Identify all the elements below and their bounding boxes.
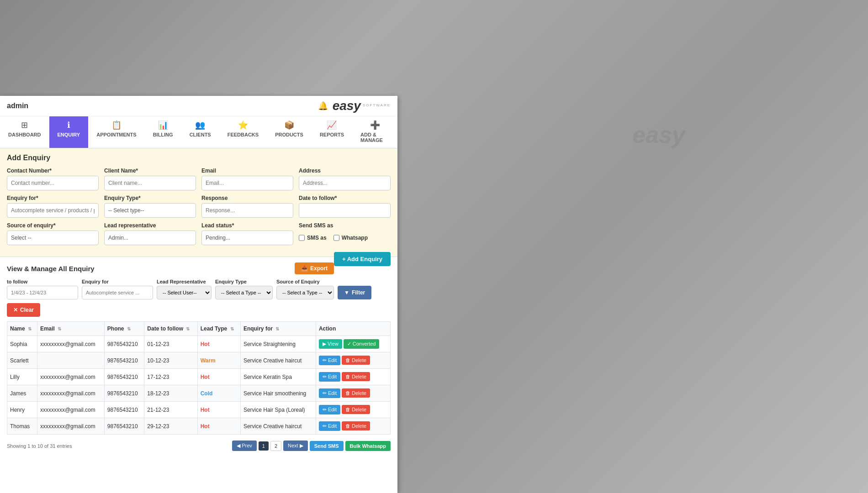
delete-button[interactable]: 🗑 Delete — [342, 372, 370, 381]
whatsapp-checkbox-label[interactable]: Whatsapp — [333, 231, 368, 245]
name-sort-icon[interactable]: ⇅ — [28, 326, 32, 331]
page-2-button[interactable]: 2 — [270, 441, 281, 451]
delete-button[interactable]: 🗑 Delete — [342, 388, 370, 398]
filter-lead-rep-select[interactable]: -- Select User-- — [157, 286, 212, 299]
cell-name: Sophia — [7, 336, 37, 352]
enquiry-for-input[interactable] — [7, 203, 99, 218]
source-of-enquiry-select[interactable]: Select -- — [7, 231, 99, 245]
nav-clients-label: CLIENTS — [190, 132, 211, 137]
phone-sort-icon[interactable]: ⇅ — [127, 326, 131, 331]
send-sms-action-button[interactable]: Send SMS — [310, 441, 344, 451]
table-row: Henry xxxxxxxxx@gmail.com 9876543210 21-… — [7, 402, 391, 418]
nav-dashboard[interactable]: ⊞ DASHBOARD — [0, 116, 49, 148]
clients-icon: 👥 — [195, 120, 205, 130]
cell-action: ✏ Edit🗑 Delete — [316, 418, 390, 435]
whatsapp-label: Whatsapp — [342, 235, 368, 241]
enquiry-type-select[interactable]: -- Select type-- — [104, 203, 196, 218]
cell-name: Thomas — [7, 418, 37, 435]
nav-appointments[interactable]: 📋 APPOINTMENTS — [88, 116, 144, 148]
bulk-whatsapp-button[interactable]: Bulk Whatsapp — [345, 441, 391, 451]
contact-number-label: Contact Number* — [7, 168, 99, 174]
cell-phone: 9876543210 — [104, 369, 144, 385]
nav-reports[interactable]: 📈 REPORTS — [312, 116, 352, 148]
export-icon: 📤 — [301, 265, 308, 272]
enquiry-for-sort-icon[interactable]: ⇅ — [275, 326, 279, 331]
bell-icon[interactable]: 🔔 — [318, 101, 328, 111]
email-input[interactable] — [201, 176, 293, 190]
cell-email: xxxxxxxxx@gmail.com — [37, 385, 104, 402]
nav-products[interactable]: 📦 PRODUCTS — [267, 116, 312, 148]
lead-status-select[interactable]: Pending... — [201, 231, 293, 245]
cell-enquiry-for: Service Straightening — [240, 336, 316, 352]
edit-button[interactable]: ✏ Edit — [319, 356, 340, 365]
date-sort-icon[interactable]: ⇅ — [186, 326, 190, 331]
converted-button[interactable]: ✓ Converted — [344, 339, 380, 349]
brand-logo: easy SOFTWARE — [333, 99, 391, 113]
lead-type-sort-icon[interactable]: ⇅ — [230, 326, 234, 331]
filter-row: to follow Enquiry for Lead Representativ… — [7, 279, 391, 317]
filter-enquiry-type-label: Enquiry Type — [215, 279, 273, 284]
edit-button[interactable]: ✏ Edit — [319, 421, 340, 431]
nav-add-manage[interactable]: ➕ ADD & MANAGE — [352, 116, 397, 148]
nav-feedbacks[interactable]: ⭐ FEEDBACKS — [219, 116, 267, 148]
clear-button[interactable]: ✕ Clear — [7, 303, 40, 317]
nav-billing[interactable]: 📊 BILLING — [145, 116, 181, 148]
address-input[interactable] — [299, 176, 391, 190]
view-button[interactable]: ▶ View — [319, 339, 342, 349]
cell-date: 01-12-23 — [144, 336, 197, 352]
cell-enquiry-for: Service Creative haircut — [240, 418, 316, 435]
lead-type-badge: Hot — [201, 407, 210, 413]
cell-date: 21-12-23 — [144, 402, 197, 418]
next-button[interactable]: Next ▶ — [283, 441, 308, 451]
page-info: Showing 1 to 10 of 31 entries — [7, 443, 72, 449]
date-to-follow-input[interactable]: 2023-12-15 — [299, 203, 391, 218]
delete-button[interactable]: 🗑 Delete — [342, 356, 370, 365]
address-label: Address — [299, 168, 391, 174]
filter-enquiry-for-input[interactable] — [82, 286, 153, 299]
nav-products-label: PRODUCTS — [275, 132, 303, 137]
email-sort-icon[interactable]: ⇅ — [58, 326, 61, 331]
enquiry-table: Name ⇅ Email ⇅ Phone ⇅ Date to follow — [7, 321, 391, 435]
whatsapp-checkbox[interactable] — [333, 231, 339, 245]
source-of-enquiry-label: Source of enquiry* — [7, 222, 99, 229]
sms-as-checkbox-label[interactable]: SMS as — [299, 231, 327, 245]
sms-as-checkbox[interactable] — [299, 231, 305, 245]
filter-enquiry-type-select[interactable]: -- Select a Type -- — [215, 286, 273, 299]
delete-button[interactable]: 🗑 Delete — [342, 421, 370, 430]
nav-clients[interactable]: 👥 CLIENTS — [181, 116, 219, 148]
export-button[interactable]: 📤 Export — [295, 262, 334, 274]
edit-button[interactable]: ✏ Edit — [319, 405, 340, 414]
edit-button[interactable]: ✏ Edit — [319, 388, 340, 398]
nav-enquiry[interactable]: ℹ ENQUIRY — [49, 116, 89, 148]
brand-sub: SOFTWARE — [363, 103, 391, 107]
view-manage-section: View & Manage All Enquiry 📤 Export to fo… — [0, 257, 397, 460]
delete-button[interactable]: 🗑 Delete — [342, 405, 370, 414]
add-enquiry-button[interactable]: + Add Enquiry — [334, 252, 391, 266]
filter-source-select[interactable]: -- Select a Type -- — [276, 286, 334, 299]
response-input[interactable] — [201, 203, 293, 218]
nav-bar: ⊞ DASHBOARD ℹ ENQUIRY 📋 APPOINTMENTS 📊 B… — [0, 116, 397, 148]
billing-icon: 📊 — [158, 120, 168, 130]
form-row-2: Enquiry for* Enquiry Type* -- Select typ… — [7, 195, 391, 218]
edit-button[interactable]: ✏ Edit — [319, 372, 340, 382]
date-to-follow-group: Date to follow* 2023-12-15 — [299, 195, 391, 218]
cell-email: xxxxxxxxx@gmail.com — [37, 336, 104, 352]
cell-action: ✏ Edit🗑 Delete — [316, 385, 390, 402]
filter-button[interactable]: ▼ Filter — [338, 286, 371, 299]
filter-date-input[interactable] — [7, 286, 78, 299]
filter-enquiry-for-label: Enquiry for — [82, 279, 153, 284]
prev-button[interactable]: ◀ Prev — [232, 441, 257, 451]
filter-icon: ▼ — [344, 289, 349, 296]
filter-date-group: to follow — [7, 279, 78, 299]
client-name-input[interactable] — [104, 176, 196, 190]
lead-rep-select[interactable]: Admin... — [104, 231, 196, 245]
table-header-row: Name ⇅ Email ⇅ Phone ⇅ Date to follow — [7, 322, 391, 336]
table-row: James xxxxxxxxx@gmail.com 9876543210 18-… — [7, 385, 391, 402]
lead-type-badge: Cold — [201, 390, 213, 397]
contact-number-input[interactable] — [7, 176, 99, 190]
page-1-button[interactable]: 1 — [259, 441, 269, 451]
add-manage-icon: ➕ — [370, 120, 380, 130]
lead-representative-group: Lead representative Admin... — [104, 222, 196, 245]
filter-label: Filter — [352, 289, 365, 296]
filter-enquiry-for-group: Enquiry for — [82, 279, 153, 299]
